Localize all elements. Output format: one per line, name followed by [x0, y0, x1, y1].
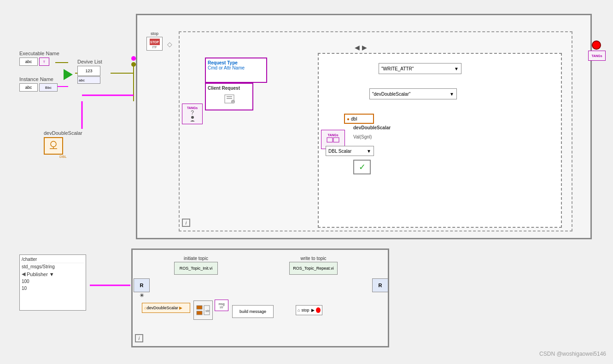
- left-r-block-area: R ✳: [134, 278, 150, 299]
- dev-scalar-dropdown[interactable]: "devDoubleScalar" ▼: [369, 88, 457, 99]
- checkmark-block[interactable]: ✓: [353, 160, 371, 174]
- inner-loop-box: ◀ ▶ Request Type Cmd or Attr Name Client…: [179, 31, 572, 231]
- dropdown-arrow2-icon: ▼: [450, 92, 454, 97]
- device-list-label: Devive List: [77, 59, 102, 64]
- write-topic-label: write to topic: [289, 256, 338, 261]
- exec-abc-block[interactable]: abc: [19, 58, 38, 66]
- format-convert-block[interactable]: str: [193, 300, 213, 320]
- svg-text:1: 1: [232, 100, 234, 104]
- publisher-label: Publisher: [27, 272, 48, 277]
- dds-bottom-block[interactable]: ⌂ devDoubleScalar ▶: [142, 303, 190, 313]
- arrow-left-pub-icon: ◀: [22, 271, 25, 277]
- play-button[interactable]: [64, 69, 73, 80]
- build-message-label: build message: [239, 309, 266, 314]
- dropdown-pub-icon: ▼: [49, 272, 54, 277]
- client-request-box[interactable]: Client Request 1: [205, 83, 253, 110]
- initiate-topic-label: initiate topic: [174, 256, 218, 261]
- instance-name-label: Instance Name abc Bbc: [19, 76, 58, 92]
- tangs-icon: [326, 137, 340, 146]
- inst-bbc-text: Bbc: [45, 86, 52, 90]
- build-message-block[interactable]: build message: [232, 305, 274, 318]
- dds-arrow-icon: ▶: [179, 306, 182, 310]
- write-topic-area: write to topic ROS_Topic_Repeat.vi: [289, 256, 338, 275]
- executable-name-row: abc T: [19, 58, 59, 66]
- executable-name-text: Executable Name: [19, 51, 59, 56]
- dev-double-scalar-area: devDoubleScalar DBL: [44, 130, 82, 159]
- device-list-value-block[interactable]: abc: [77, 76, 100, 84]
- initiate-topic-area: initiate topic ROS_Topic_Init.vi: [174, 256, 218, 275]
- inst-abc-block[interactable]: abc: [19, 83, 38, 92]
- exec-abc-text: abc: [25, 59, 32, 64]
- selector-arrows: ◀ ▶: [355, 44, 367, 51]
- client-request-label: Client Request: [208, 86, 251, 91]
- svg-rect-43: [197, 306, 202, 309]
- client-request-icon: 1: [208, 92, 251, 105]
- arrow-junction: ◇: [167, 40, 172, 48]
- i-box-top: i: [182, 219, 190, 227]
- nested-inner-box: "WRITE_ATTR" ▼ "devDoubleScalar" ▼ ● dbl…: [318, 53, 562, 228]
- stop-button-area: stop STOP ITF: [146, 31, 163, 51]
- stop-iti-label: ITF: [152, 46, 157, 49]
- arrow-right-icon: ▶: [362, 44, 367, 51]
- stop-bottom-block[interactable]: ⌂ stop ▶: [296, 305, 322, 315]
- right-r-block[interactable]: R: [372, 278, 388, 292]
- stop-block[interactable]: STOP ITF: [146, 37, 163, 51]
- msg-string-block[interactable]: msg str: [215, 300, 228, 311]
- asterisk-icon: ✳: [140, 292, 144, 299]
- svg-rect-39: [333, 138, 339, 142]
- stop-circle-top[interactable]: [592, 40, 601, 50]
- stop-circle-bottom: [316, 307, 321, 313]
- svg-rect-44: [197, 311, 202, 315]
- value-100-line: 100: [22, 278, 84, 285]
- orange-dot-icon: ●: [347, 116, 350, 121]
- dbl-scalar-value: DBL Scalar: [328, 149, 351, 154]
- ros-repeat-block[interactable]: ROS_Topic_Repeat.vi: [289, 262, 338, 275]
- dev-scalar-inner-label: devDoubleScalar: [353, 125, 391, 130]
- msg-label: msg: [218, 302, 224, 306]
- person-icon: [188, 116, 197, 121]
- tangs-question-block[interactable]: TANGs ?: [182, 104, 203, 124]
- home-stop-icon: ⌂: [298, 308, 300, 312]
- dev-scalar-value: "devDoubleScalar": [372, 92, 410, 97]
- request-type-box[interactable]: Request Type Cmd or Attr Name: [205, 58, 267, 83]
- instance-name-text: Instance Name: [19, 76, 58, 82]
- left-r-block[interactable]: R: [134, 278, 150, 292]
- svg-point-27: [131, 62, 136, 67]
- device-list-area: Devive List 123 abc: [77, 59, 102, 84]
- ros-repeat-label: ROS_Topic_Repeat.vi: [293, 266, 334, 271]
- write-attr-area: "WRITE_ATTR" ▼: [379, 63, 461, 74]
- dds-icon-block[interactable]: [44, 137, 63, 155]
- stop-label: stop: [146, 31, 163, 36]
- exec-tangs-block[interactable]: T: [39, 58, 49, 66]
- tangs-inner-label: TANGs: [327, 133, 338, 137]
- string-label: str: [220, 306, 223, 309]
- dbl-scalar-arrow-icon: ▼: [367, 149, 371, 154]
- write-attr-dropdown[interactable]: "WRITE_ATTR" ▼: [379, 63, 461, 74]
- write-attr-value: "WRITE_ATTR": [381, 66, 414, 71]
- svg-text:str: str: [205, 309, 210, 313]
- inst-abc2-block[interactable]: Bbc: [39, 83, 58, 92]
- right-r-block-area: R: [372, 278, 388, 292]
- stop-inner-label: STOP: [150, 39, 160, 45]
- question-mark: ?: [191, 110, 194, 116]
- chatter-line: /chatter: [22, 257, 84, 263]
- dbl-label: dbl: [351, 116, 357, 121]
- ros-init-label: ROS_Topic_Init.vi: [180, 266, 213, 271]
- bottom-inputs-panel: /chatter std_msgs/String ◀ Publisher ▼ 1…: [19, 254, 86, 311]
- cmd-attr-label: Cmd or Attr Name: [208, 65, 264, 70]
- bottom-diagram-panel: i initiate topic ROS_Topic_Init.vi write…: [131, 248, 389, 347]
- num-123: 123: [85, 69, 92, 73]
- tangs-fr-label: TANGs: [591, 54, 602, 58]
- ros-init-block[interactable]: ROS_Topic_Init.vi: [174, 262, 218, 275]
- executable-name-label: Executable Name abc T: [19, 51, 59, 66]
- dbl-box[interactable]: ● dbl: [344, 114, 374, 124]
- request-type-label: Request Type: [208, 60, 264, 65]
- tangs-far-right[interactable]: TANGs: [588, 51, 606, 61]
- format-icon: str: [196, 303, 210, 318]
- dds-icon-svg: [46, 139, 61, 152]
- arrow-left-icon: ◀: [355, 44, 360, 51]
- device-list-block[interactable]: 123: [77, 66, 100, 76]
- svg-point-28: [131, 56, 136, 61]
- tangs-q-label: TANGs: [187, 106, 198, 110]
- dbl-scalar-dropdown[interactable]: DBL Scalar ▼: [326, 146, 374, 156]
